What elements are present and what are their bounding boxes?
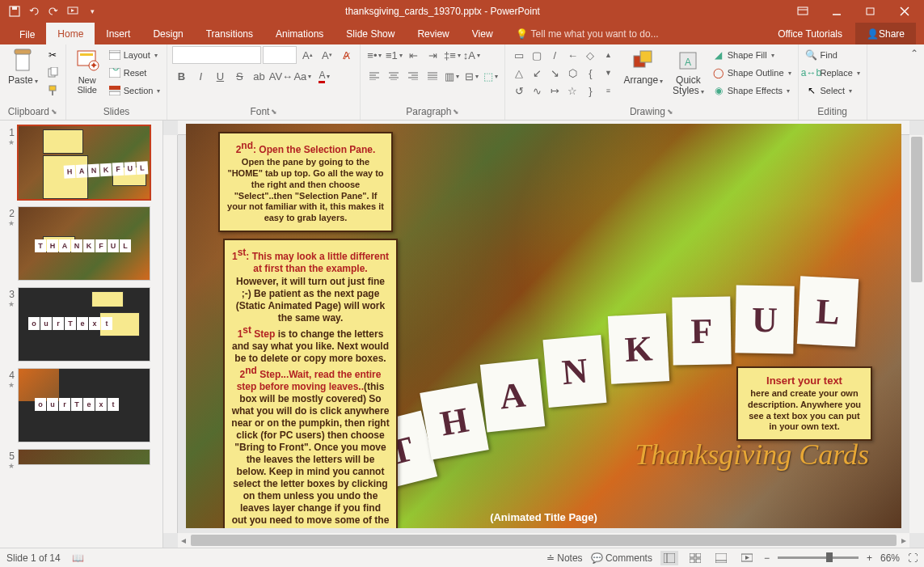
numbering-icon[interactable]: ≡1▾ bbox=[385, 46, 403, 64]
comments-button[interactable]: 💬 Comments bbox=[591, 552, 652, 564]
drawing-launcher-icon[interactable]: ⬊ bbox=[667, 108, 673, 116]
slide-counter[interactable]: Slide 1 of 14 bbox=[6, 552, 61, 564]
font-family-select[interactable] bbox=[172, 46, 261, 64]
font-launcher-icon[interactable]: ⬊ bbox=[271, 108, 277, 116]
zoom-slider[interactable] bbox=[778, 556, 859, 559]
letter-card-l[interactable]: L bbox=[797, 276, 859, 347]
qat-dropdown-icon[interactable]: ▾ bbox=[86, 5, 99, 18]
callout-first-step[interactable]: 1st: This may look a little different at… bbox=[223, 239, 398, 528]
line-spacing-icon[interactable]: ‡≡▾ bbox=[443, 46, 461, 64]
tab-review[interactable]: Review bbox=[406, 23, 460, 44]
thumbnail-4[interactable]: 4★ ourText bbox=[3, 368, 159, 442]
cut-button[interactable]: ✂ bbox=[44, 46, 61, 64]
close-icon[interactable] bbox=[888, 2, 921, 21]
align-left-icon[interactable] bbox=[365, 67, 383, 85]
increase-indent-icon[interactable]: ⇥ bbox=[424, 46, 441, 64]
italic-icon[interactable]: I bbox=[192, 67, 209, 85]
scrollbar-horizontal[interactable]: ◂▸ bbox=[178, 533, 909, 548]
tab-design[interactable]: Design bbox=[141, 23, 194, 44]
shape-outline-button[interactable]: ◯Shape Outline▾ bbox=[711, 64, 793, 82]
zoom-out-icon[interactable]: − bbox=[764, 552, 770, 564]
ribbon-options-icon[interactable] bbox=[787, 2, 819, 21]
collapse-ribbon-icon[interactable]: ⌃ bbox=[910, 48, 918, 59]
reading-view-icon[interactable] bbox=[712, 551, 730, 565]
text-direction-icon[interactable]: ↕A▾ bbox=[462, 46, 480, 64]
thumbnail-1[interactable]: 1★ HANKFUL bbox=[3, 125, 159, 200]
shadow-icon[interactable]: ab bbox=[250, 67, 268, 85]
tab-slideshow[interactable]: Slide Show bbox=[335, 23, 406, 44]
increase-font-icon[interactable]: A▴ bbox=[298, 46, 316, 64]
notes-button[interactable]: ≐ Notes bbox=[546, 552, 583, 564]
minimize-icon[interactable] bbox=[821, 2, 853, 21]
strikethrough-icon[interactable]: S bbox=[230, 67, 248, 85]
slide-thumbnails-panel[interactable]: 1★ HANKFUL 2★ THANKFUL 3★ ourText bbox=[0, 121, 163, 548]
find-button[interactable]: 🔍Find bbox=[804, 46, 862, 64]
thumbnail-3[interactable]: 3★ ourText bbox=[3, 287, 159, 362]
office-tutorials-link[interactable]: Office Tutorials bbox=[766, 23, 854, 44]
spellcheck-icon[interactable]: 📖 bbox=[72, 552, 84, 564]
replace-button[interactable]: a↔bReplace▾ bbox=[804, 64, 862, 82]
paragraph-launcher-icon[interactable]: ⬊ bbox=[453, 108, 459, 116]
tab-file[interactable]: File bbox=[8, 25, 46, 44]
align-right-icon[interactable] bbox=[404, 67, 422, 85]
tell-me-search[interactable]: 💡 Tell me what you want to do... bbox=[504, 23, 670, 44]
shape-effects-button[interactable]: ◉Shape Effects▾ bbox=[711, 82, 793, 99]
thumbnail-5[interactable]: 5★ bbox=[3, 449, 159, 470]
share-button[interactable]: 👤 Share bbox=[855, 23, 916, 44]
slide-content[interactable]: T H A N K F U L Thanksgiving Cards (Anim… bbox=[186, 124, 901, 528]
section-button[interactable]: Section▾ bbox=[107, 82, 162, 99]
format-painter-button[interactable] bbox=[44, 82, 61, 99]
normal-view-icon[interactable] bbox=[660, 551, 678, 565]
thanksgiving-script-text[interactable]: Thanksgiving Cards bbox=[635, 438, 869, 472]
letter-card-k[interactable]: K bbox=[608, 313, 669, 384]
font-size-select[interactable] bbox=[263, 46, 297, 64]
shape-fill-button[interactable]: ◢Shape Fill▾ bbox=[711, 46, 793, 64]
save-icon[interactable] bbox=[8, 5, 21, 18]
decrease-font-icon[interactable]: A▾ bbox=[318, 46, 335, 64]
font-color-icon[interactable]: A▾ bbox=[313, 67, 335, 85]
letter-card-h[interactable]: H bbox=[420, 383, 488, 459]
clear-formatting-icon[interactable]: A̷ bbox=[337, 46, 355, 64]
callout-selection-pane[interactable]: 2nd: Open the Selection Pane. Open the p… bbox=[218, 132, 393, 232]
tab-home[interactable]: Home bbox=[46, 23, 95, 44]
zoom-in-icon[interactable]: + bbox=[867, 552, 872, 564]
shapes-gallery[interactable]: ▭▢/←◇▲ △↙↘⬡{▼ ↺∿↦☆}≡ bbox=[510, 46, 617, 99]
letter-card-f[interactable]: F bbox=[672, 296, 731, 365]
reset-button[interactable]: ↻Reset bbox=[107, 64, 162, 82]
align-center-icon[interactable] bbox=[385, 67, 403, 85]
copy-button[interactable] bbox=[44, 64, 61, 82]
new-slide-button[interactable]: ✦ New Slide bbox=[71, 46, 103, 96]
underline-icon[interactable]: U bbox=[211, 67, 229, 85]
redo-icon[interactable] bbox=[47, 5, 60, 18]
arrange-button[interactable]: Arrange▾ bbox=[620, 46, 666, 87]
thumbnail-2[interactable]: 2★ THANKFUL bbox=[3, 206, 159, 281]
clipboard-launcher-icon[interactable]: ⬊ bbox=[51, 108, 57, 116]
bullets-icon[interactable]: ≡•▾ bbox=[365, 46, 383, 64]
letter-card-a[interactable]: A bbox=[480, 358, 545, 432]
callout-insert-text[interactable]: Insert your text here and create your ow… bbox=[736, 366, 872, 441]
letter-card-n[interactable]: N bbox=[542, 335, 606, 408]
tab-transitions[interactable]: Transitions bbox=[195, 23, 264, 44]
smartart-icon[interactable]: ⬚▾ bbox=[482, 67, 500, 85]
layout-button[interactable]: Layout▾ bbox=[107, 46, 162, 64]
paste-button[interactable]: Paste▾ bbox=[5, 46, 41, 87]
fit-window-icon[interactable]: ⛶ bbox=[908, 552, 918, 564]
change-case-icon[interactable]: Aa▾ bbox=[293, 67, 311, 85]
bold-icon[interactable]: B bbox=[172, 67, 190, 85]
scrollbar-vertical[interactable] bbox=[909, 135, 924, 533]
tab-view[interactable]: View bbox=[461, 23, 504, 44]
select-button[interactable]: ↖Select▾ bbox=[804, 82, 862, 99]
justify-icon[interactable] bbox=[424, 67, 441, 85]
align-text-icon[interactable]: ⊟▾ bbox=[462, 67, 480, 85]
tab-insert[interactable]: Insert bbox=[95, 23, 141, 44]
maximize-icon[interactable] bbox=[854, 2, 887, 21]
tab-animations[interactable]: Animations bbox=[264, 23, 335, 44]
decrease-indent-icon[interactable]: ⇤ bbox=[404, 46, 422, 64]
undo-icon[interactable] bbox=[27, 5, 40, 18]
slideshow-view-icon[interactable] bbox=[738, 551, 756, 565]
quick-styles-button[interactable]: A Quick Styles▾ bbox=[669, 46, 707, 98]
columns-icon[interactable]: ▥▾ bbox=[443, 67, 461, 85]
char-spacing-icon[interactable]: AV↔ bbox=[269, 67, 292, 85]
zoom-level[interactable]: 66% bbox=[880, 552, 900, 564]
sorter-view-icon[interactable] bbox=[686, 551, 704, 565]
